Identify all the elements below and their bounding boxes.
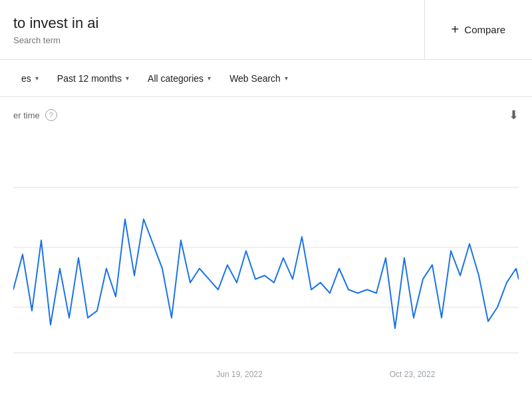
page-header: to invest in ai Search term + Compare — [0, 0, 532, 60]
search-subtitle: Search term — [13, 35, 411, 45]
download-icon[interactable]: ⬇ — [509, 108, 519, 122]
search-type-label: Web Search — [229, 73, 281, 84]
help-symbol: ? — [49, 111, 53, 119]
chart-title-area: er time ? — [13, 109, 57, 121]
x-label-oct: Oct 23, 2022 — [359, 370, 466, 379]
chart-svg — [13, 128, 519, 367]
chart-section: er time ? ⬇ Jun 19, 2022 Oct 23, 2022 — [0, 97, 532, 379]
filters-bar: es ▾ Past 12 months ▾ All categories ▾ W… — [0, 60, 532, 97]
chevron-down-icon: ▾ — [126, 74, 129, 82]
category-label: All categories — [148, 73, 203, 84]
help-icon[interactable]: ? — [45, 109, 57, 121]
trend-chart — [13, 128, 519, 367]
category-filter[interactable]: All categories ▾ — [140, 69, 219, 88]
plus-icon: + — [452, 22, 460, 37]
search-term-area: to invest in ai Search term — [0, 0, 425, 59]
chevron-down-icon: ▾ — [35, 74, 39, 82]
search-title: to invest in ai — [13, 14, 411, 33]
region-filter[interactable]: es ▾ — [13, 69, 47, 88]
compare-button[interactable]: + Compare — [452, 22, 505, 37]
chart-label: er time — [13, 110, 40, 120]
time-label: Past 12 months — [57, 73, 122, 84]
chart-header: er time ? ⬇ — [13, 108, 519, 122]
time-filter[interactable]: Past 12 months ▾ — [49, 69, 137, 88]
region-label: es — [21, 73, 31, 84]
compare-area: + Compare — [425, 0, 532, 59]
x-label-jun: Jun 19, 2022 — [186, 370, 293, 379]
chevron-down-icon: ▾ — [207, 74, 211, 82]
compare-label: Compare — [464, 24, 505, 35]
search-type-filter[interactable]: Web Search ▾ — [221, 69, 296, 88]
trend-line — [13, 219, 519, 329]
chevron-down-icon: ▾ — [285, 74, 288, 82]
x-axis-labels: Jun 19, 2022 Oct 23, 2022 — [13, 367, 519, 379]
